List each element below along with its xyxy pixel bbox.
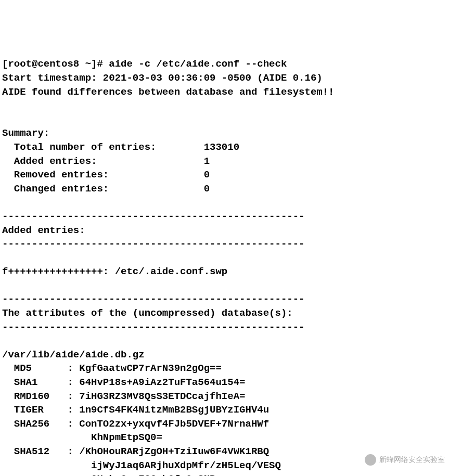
separator: ----------------------------------------… bbox=[2, 321, 305, 333]
shell-prompt: [root@centos8 ~]# bbox=[2, 58, 109, 70]
db-path: /var/lib/aide/aide.db.gz bbox=[2, 349, 145, 361]
added-entry: f++++++++++++++++: /etc/.aide.conf.swp bbox=[2, 266, 227, 277]
separator: ----------------------------------------… bbox=[2, 293, 305, 305]
terminal-output: [root@centos8 ~]# aide -c /etc/aide.conf… bbox=[2, 57, 447, 476]
added-entries-heading: Added entries: bbox=[2, 225, 85, 236]
separator: ----------------------------------------… bbox=[2, 211, 305, 222]
hashes-block: MD5 : KgfGaatwCP7rArN39n2gOg== SHA1 : 64… bbox=[2, 363, 281, 476]
command: aide -c /etc/aide.conf --check bbox=[109, 58, 287, 70]
watermark: 新蜂网络安全实验室 bbox=[365, 454, 445, 466]
separator: ----------------------------------------… bbox=[2, 238, 305, 250]
watermark-logo-icon bbox=[365, 454, 376, 466]
summary-heading: Summary: bbox=[2, 127, 49, 139]
start-timestamp: Start timestamp: 2021-03-03 00:36:09 -05… bbox=[2, 72, 323, 84]
attributes-heading: The attributes of the (uncompressed) dat… bbox=[2, 307, 293, 319]
summary-block: Total number of entries: 133010 Added en… bbox=[2, 141, 239, 195]
aide-found-line: AIDE found differences between database … bbox=[2, 86, 335, 98]
watermark-text: 新蜂网络安全实验室 bbox=[379, 455, 445, 465]
